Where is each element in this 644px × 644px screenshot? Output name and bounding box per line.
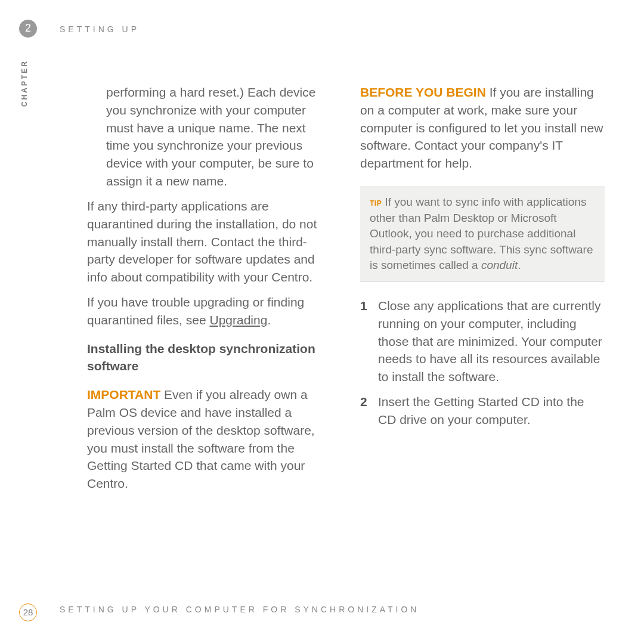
step-number: 2 [360, 393, 378, 429]
text-fragment: Even if you already own a Palm OS device… [87, 388, 315, 490]
running-footer: SETTING UP YOUR COMPUTER FOR SYNCHRONIZA… [60, 604, 419, 616]
step-item: 1 Close any applications that are curren… [360, 297, 605, 386]
right-column: BEFORE YOU BEGIN If you are installing o… [360, 83, 605, 500]
page-number-badge: 28 [19, 603, 37, 621]
before-you-begin-label: BEFORE YOU BEGIN [360, 85, 486, 99]
text-fragment: . [518, 259, 521, 271]
important-note: IMPORTANT Even if you already own a Palm… [87, 386, 332, 493]
text-fragment: If you have trouble upgrading or finding… [87, 295, 304, 327]
important-label: IMPORTANT [87, 388, 160, 401]
body-text: performing a hard reset.) Each device yo… [106, 83, 332, 190]
body-text: If you have trouble upgrading or finding… [87, 293, 332, 329]
step-text: Close any applications that are currentl… [378, 297, 605, 386]
tip-box: TIP If you want to sync info with applic… [360, 187, 605, 281]
body-text: If any third-party applications are quar… [87, 197, 332, 286]
text-fragment: . [267, 313, 271, 327]
step-number: 1 [360, 297, 378, 386]
italic-term: conduit [481, 259, 518, 271]
before-you-begin-note: BEFORE YOU BEGIN If you are installing o… [360, 83, 605, 172]
step-item: 2 Insert the Getting Started CD into the… [360, 393, 605, 429]
page-content: performing a hard reset.) Each device yo… [87, 83, 618, 500]
section-heading: Installing the desktop synchronization s… [87, 340, 332, 376]
chapter-label: CHAPTER [20, 60, 30, 107]
tip-label: TIP [370, 199, 382, 208]
left-column: performing a hard reset.) Each device yo… [87, 83, 332, 500]
chapter-number-badge: 2 [19, 20, 37, 38]
running-header: SETTING UP [60, 24, 140, 36]
upgrading-link[interactable]: Upgrading [209, 313, 267, 327]
step-text: Insert the Getting Started CD into the C… [378, 393, 605, 429]
